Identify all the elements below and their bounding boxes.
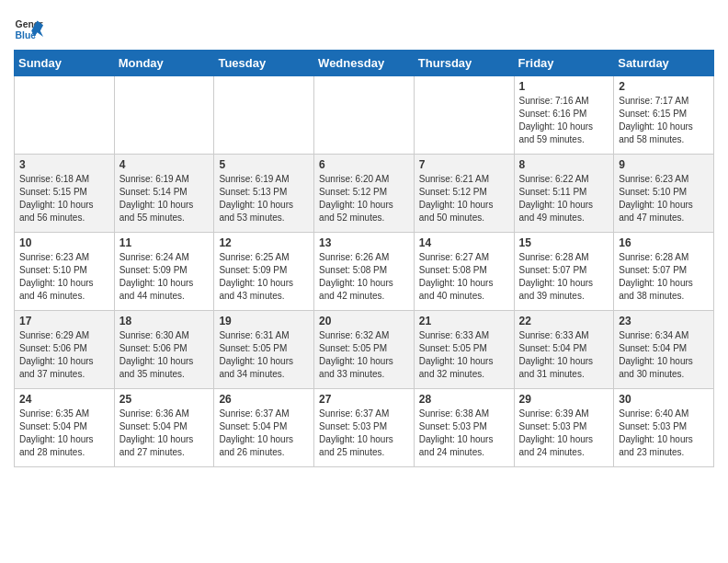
- day-number: 26: [219, 393, 309, 406]
- day-number: 28: [419, 393, 509, 406]
- calendar-cell: 23Sunrise: 6:34 AM Sunset: 5:04 PM Dayli…: [614, 311, 714, 389]
- cell-text: Sunrise: 6:39 AM Sunset: 5:03 PM Dayligh…: [519, 408, 609, 459]
- calendar-cell: 15Sunrise: 6:28 AM Sunset: 5:07 PM Dayli…: [514, 233, 614, 311]
- day-number: 29: [519, 393, 609, 406]
- day-number: 27: [319, 393, 409, 406]
- calendar-cell: 27Sunrise: 6:37 AM Sunset: 5:03 PM Dayli…: [314, 389, 415, 467]
- cell-text: Sunrise: 6:23 AM Sunset: 5:10 PM Dayligh…: [619, 173, 709, 224]
- calendar-cell: 19Sunrise: 6:31 AM Sunset: 5:05 PM Dayli…: [214, 311, 314, 389]
- cell-text: Sunrise: 7:16 AM Sunset: 6:16 PM Dayligh…: [519, 95, 609, 146]
- cell-text: Sunrise: 6:30 AM Sunset: 5:06 PM Dayligh…: [119, 329, 210, 381]
- header: General Blue: [14, 9, 714, 44]
- cell-text: Sunrise: 6:22 AM Sunset: 5:11 PM Dayligh…: [519, 173, 609, 224]
- calendar-cell: 3Sunrise: 6:18 AM Sunset: 5:15 PM Daylig…: [15, 155, 115, 233]
- calendar-cell: 2Sunrise: 7:17 AM Sunset: 6:15 PM Daylig…: [614, 76, 714, 155]
- cell-text: Sunrise: 7:17 AM Sunset: 6:15 PM Dayligh…: [619, 95, 709, 146]
- calendar-cell: [414, 76, 514, 155]
- day-number: 3: [19, 158, 109, 171]
- cell-text: Sunrise: 6:19 AM Sunset: 5:13 PM Dayligh…: [219, 173, 309, 224]
- calendar-cell: 10Sunrise: 6:23 AM Sunset: 5:10 PM Dayli…: [15, 233, 115, 311]
- cell-text: Sunrise: 6:38 AM Sunset: 5:03 PM Dayligh…: [419, 408, 509, 459]
- cell-text: Sunrise: 6:28 AM Sunset: 5:07 PM Dayligh…: [619, 251, 709, 303]
- day-number: 22: [519, 315, 609, 327]
- cell-text: Sunrise: 6:26 AM Sunset: 5:08 PM Dayligh…: [319, 251, 409, 303]
- calendar-week-1: 1Sunrise: 7:16 AM Sunset: 6:16 PM Daylig…: [15, 76, 714, 155]
- day-number: 7: [419, 158, 509, 171]
- calendar-week-5: 24Sunrise: 6:35 AM Sunset: 5:04 PM Dayli…: [15, 389, 714, 467]
- calendar-cell: [15, 76, 115, 155]
- calendar-cell: 24Sunrise: 6:35 AM Sunset: 5:04 PM Dayli…: [15, 389, 115, 467]
- day-number: 5: [219, 158, 309, 171]
- cell-text: Sunrise: 6:23 AM Sunset: 5:10 PM Dayligh…: [19, 251, 109, 303]
- calendar-cell: 30Sunrise: 6:40 AM Sunset: 5:03 PM Dayli…: [614, 389, 714, 467]
- day-number: 14: [419, 236, 509, 249]
- cell-text: Sunrise: 6:34 AM Sunset: 5:04 PM Dayligh…: [619, 329, 709, 381]
- cell-text: Sunrise: 6:24 AM Sunset: 5:09 PM Dayligh…: [119, 251, 210, 303]
- day-number: 4: [119, 158, 210, 171]
- cell-text: Sunrise: 6:37 AM Sunset: 5:03 PM Dayligh…: [319, 408, 409, 459]
- logo: General Blue: [14, 15, 47, 44]
- cell-text: Sunrise: 6:19 AM Sunset: 5:14 PM Dayligh…: [119, 173, 210, 224]
- calendar-cell: 17Sunrise: 6:29 AM Sunset: 5:06 PM Dayli…: [15, 311, 115, 389]
- day-number: 25: [119, 393, 210, 406]
- calendar-cell: 14Sunrise: 6:27 AM Sunset: 5:08 PM Dayli…: [414, 233, 514, 311]
- cell-text: Sunrise: 6:33 AM Sunset: 5:05 PM Dayligh…: [419, 329, 509, 381]
- day-number: 9: [619, 158, 709, 171]
- weekday-header-tuesday: Tuesday: [214, 51, 314, 76]
- day-number: 10: [19, 236, 109, 249]
- day-number: 12: [219, 236, 309, 249]
- day-number: 20: [319, 315, 409, 327]
- cell-text: Sunrise: 6:32 AM Sunset: 5:05 PM Dayligh…: [319, 329, 409, 381]
- calendar-cell: 29Sunrise: 6:39 AM Sunset: 5:03 PM Dayli…: [514, 389, 614, 467]
- cell-text: Sunrise: 6:36 AM Sunset: 5:04 PM Dayligh…: [119, 408, 210, 459]
- cell-text: Sunrise: 6:40 AM Sunset: 5:03 PM Dayligh…: [619, 408, 709, 459]
- day-number: 13: [319, 236, 409, 249]
- cell-text: Sunrise: 6:18 AM Sunset: 5:15 PM Dayligh…: [19, 173, 109, 224]
- cell-text: Sunrise: 6:28 AM Sunset: 5:07 PM Dayligh…: [519, 251, 609, 303]
- weekday-header-sunday: Sunday: [15, 51, 115, 76]
- calendar-cell: [114, 76, 214, 155]
- weekday-header-friday: Friday: [514, 51, 614, 76]
- weekday-header-wednesday: Wednesday: [314, 51, 415, 76]
- calendar-cell: 21Sunrise: 6:33 AM Sunset: 5:05 PM Dayli…: [414, 311, 514, 389]
- calendar-cell: 13Sunrise: 6:26 AM Sunset: 5:08 PM Dayli…: [314, 233, 415, 311]
- calendar-cell: 8Sunrise: 6:22 AM Sunset: 5:11 PM Daylig…: [514, 155, 614, 233]
- calendar-cell: 12Sunrise: 6:25 AM Sunset: 5:09 PM Dayli…: [214, 233, 314, 311]
- day-number: 17: [19, 315, 109, 327]
- calendar-week-2: 3Sunrise: 6:18 AM Sunset: 5:15 PM Daylig…: [15, 155, 714, 233]
- cell-text: Sunrise: 6:35 AM Sunset: 5:04 PM Dayligh…: [19, 408, 109, 459]
- calendar-cell: 28Sunrise: 6:38 AM Sunset: 5:03 PM Dayli…: [414, 389, 514, 467]
- calendar-cell: 7Sunrise: 6:21 AM Sunset: 5:12 PM Daylig…: [414, 155, 514, 233]
- calendar-cell: 11Sunrise: 6:24 AM Sunset: 5:09 PM Dayli…: [114, 233, 214, 311]
- day-number: 11: [119, 236, 210, 249]
- day-number: 30: [619, 393, 709, 406]
- calendar-cell: 1Sunrise: 7:16 AM Sunset: 6:16 PM Daylig…: [514, 76, 614, 155]
- calendar-week-4: 17Sunrise: 6:29 AM Sunset: 5:06 PM Dayli…: [15, 311, 714, 389]
- day-number: 19: [219, 315, 309, 327]
- cell-text: Sunrise: 6:33 AM Sunset: 5:04 PM Dayligh…: [519, 329, 609, 381]
- calendar-body: 1Sunrise: 7:16 AM Sunset: 6:16 PM Daylig…: [15, 76, 714, 467]
- calendar-cell: [314, 76, 415, 155]
- cell-text: Sunrise: 6:31 AM Sunset: 5:05 PM Dayligh…: [219, 329, 309, 381]
- day-number: 8: [519, 158, 609, 171]
- day-number: 16: [619, 236, 709, 249]
- cell-text: Sunrise: 6:29 AM Sunset: 5:06 PM Dayligh…: [19, 329, 109, 381]
- calendar-cell: 18Sunrise: 6:30 AM Sunset: 5:06 PM Dayli…: [114, 311, 214, 389]
- cell-text: Sunrise: 6:27 AM Sunset: 5:08 PM Dayligh…: [419, 251, 509, 303]
- weekday-header-monday: Monday: [114, 51, 214, 76]
- day-number: 18: [119, 315, 210, 327]
- calendar-cell: 9Sunrise: 6:23 AM Sunset: 5:10 PM Daylig…: [614, 155, 714, 233]
- weekday-header-saturday: Saturday: [614, 51, 714, 76]
- calendar-cell: 6Sunrise: 6:20 AM Sunset: 5:12 PM Daylig…: [314, 155, 415, 233]
- cell-text: Sunrise: 6:20 AM Sunset: 5:12 PM Dayligh…: [319, 173, 409, 224]
- cell-text: Sunrise: 6:37 AM Sunset: 5:04 PM Dayligh…: [219, 408, 309, 459]
- day-number: 23: [619, 315, 709, 327]
- logo-icon: General Blue: [14, 15, 43, 44]
- calendar-cell: 4Sunrise: 6:19 AM Sunset: 5:14 PM Daylig…: [114, 155, 214, 233]
- day-number: 2: [619, 80, 709, 93]
- calendar-cell: 5Sunrise: 6:19 AM Sunset: 5:13 PM Daylig…: [214, 155, 314, 233]
- day-number: 1: [519, 80, 609, 93]
- calendar-cell: 26Sunrise: 6:37 AM Sunset: 5:04 PM Dayli…: [214, 389, 314, 467]
- cell-text: Sunrise: 6:25 AM Sunset: 5:09 PM Dayligh…: [219, 251, 309, 303]
- cell-text: Sunrise: 6:21 AM Sunset: 5:12 PM Dayligh…: [419, 173, 509, 224]
